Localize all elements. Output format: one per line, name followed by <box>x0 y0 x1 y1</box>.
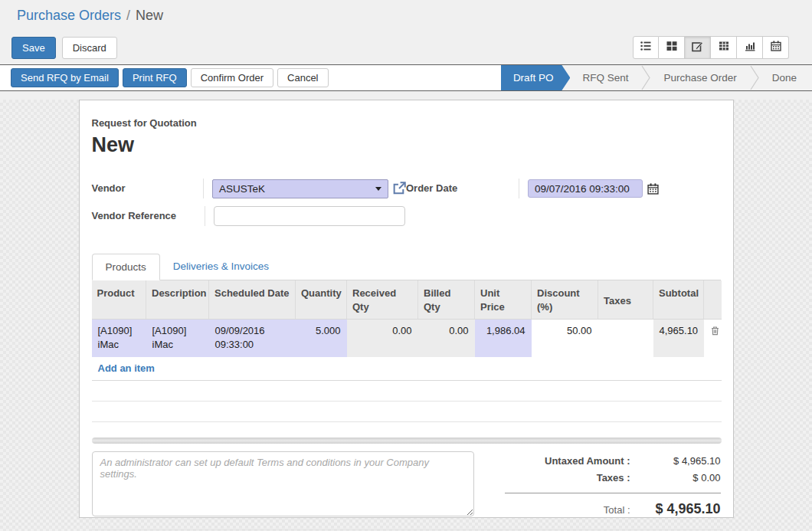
status-bar: Send RFQ by Email Print RFQ Confirm Orde… <box>0 64 812 91</box>
cell-unit-price[interactable]: 1,986.04 <box>475 319 532 357</box>
vendor-reference-input[interactable] <box>214 206 405 226</box>
untaxed-amount-label: Untaxed Amount : <box>505 455 641 467</box>
column-header-product: Product <box>92 280 146 319</box>
total-value: $ 4,965.10 <box>641 501 721 517</box>
print-rfq-button[interactable]: Print RFQ <box>123 68 187 87</box>
kanban-view-button[interactable] <box>659 36 685 59</box>
form-subtitle: Request for Quotation <box>92 117 721 129</box>
notebook-tabs: Products Deliveries & Invoices <box>92 254 721 280</box>
stage-draft-po[interactable]: Draft PO <box>501 65 571 90</box>
taxes-value: $ 0.00 <box>641 472 721 483</box>
order-line-row: [A1090] iMac [A1090] iMac 09/09/2016 09:… <box>92 319 722 357</box>
column-header-received-qty: Received Qty <box>347 280 418 319</box>
pivot-table-icon <box>719 41 729 54</box>
calendar-view-button[interactable] <box>763 36 789 59</box>
form-background: Request for Quotation New Vendor ASUSTeK… <box>0 100 812 531</box>
workflow-buttons: Send RFQ by Email Print RFQ Confirm Orde… <box>0 65 332 90</box>
cell-discount[interactable]: 50.00 <box>532 319 598 357</box>
taxes-label: Taxes : <box>505 472 641 483</box>
tab-deliveries-invoices[interactable]: Deliveries & Invoices <box>160 254 282 280</box>
vendor-reference-label: Vendor Reference <box>92 206 205 226</box>
external-link-icon[interactable] <box>392 182 406 195</box>
empty-line[interactable] <box>92 381 722 402</box>
column-header-description: Description <box>146 280 209 319</box>
chevron-separator-icon <box>640 65 651 90</box>
breadcrumb-current: New <box>136 8 163 24</box>
form-title: New <box>92 133 721 157</box>
discard-button[interactable]: Discard <box>62 37 117 59</box>
cell-scheduled-date[interactable]: 09/09/2016 09:33:00 <box>209 319 296 357</box>
graph-view-button[interactable] <box>737 36 763 59</box>
pivot-view-button[interactable] <box>711 36 737 59</box>
dropdown-arrow-icon <box>375 187 381 191</box>
column-header-quantity: Quantity <box>296 280 347 319</box>
column-header-scheduled-date: Scheduled Date <box>209 280 296 319</box>
cell-billed-qty: 0.00 <box>418 319 475 357</box>
page: { "breadcrumb": { "parent": "Purchase Or… <box>0 0 812 531</box>
right-field-column: Order Date 09/07/2016 09:33:00 <box>406 179 721 234</box>
breadcrumb-separator: / <box>126 8 130 24</box>
column-header-actions <box>704 280 722 319</box>
edit-form-icon <box>692 41 703 55</box>
cell-quantity[interactable]: 5.000 <box>296 319 347 357</box>
view-switcher <box>633 36 789 59</box>
status-pipeline: Draft PO RFQ Sent Purchase Order Done <box>501 65 812 90</box>
table-gap <box>92 422 722 438</box>
order-date-input[interactable]: 09/07/2016 09:33:00 <box>528 179 643 198</box>
tab-products[interactable]: Products <box>92 254 160 280</box>
list-icon <box>640 41 651 54</box>
field-grid: Vendor ASUSTeK Vendor Reference <box>92 179 721 234</box>
list-view-button[interactable] <box>633 36 659 59</box>
form-sheet: Request for Quotation New Vendor ASUSTeK… <box>79 100 734 518</box>
vendor-value: ASUSTeK <box>219 183 265 195</box>
stage-purchase-order[interactable]: Purchase Order <box>651 65 748 90</box>
total-label: Total : <box>505 504 641 516</box>
table-header-row: Product Description Scheduled Date Quant… <box>92 280 722 319</box>
table-horizontal-scrollbar[interactable] <box>92 438 722 444</box>
add-an-item-link[interactable]: Add an item <box>92 357 722 381</box>
delete-line-button[interactable] <box>704 319 722 357</box>
cell-description[interactable]: [A1090] iMac <box>146 319 209 357</box>
terms-and-conditions-textarea[interactable] <box>92 451 474 516</box>
kanban-icon <box>666 41 677 54</box>
sheet-divider <box>92 529 722 530</box>
bar-chart-icon <box>745 41 755 54</box>
totals-block: Untaxed Amount : $ 4,965.10 Taxes : $ 0.… <box>505 451 721 523</box>
column-header-subtotal: Subtotal <box>653 280 704 319</box>
untaxed-amount-value: $ 4,965.10 <box>641 455 721 467</box>
chevron-separator-icon <box>749 65 760 90</box>
calendar-picker-icon[interactable] <box>647 183 659 195</box>
breadcrumb: Purchase Orders / New <box>0 0 812 31</box>
empty-line[interactable] <box>92 402 722 422</box>
order-lines-table: Product Description Scheduled Date Quant… <box>92 280 722 357</box>
column-header-billed-qty: Billed Qty <box>418 280 475 319</box>
save-button[interactable]: Save <box>11 37 56 59</box>
vendor-select[interactable]: ASUSTeK <box>212 179 388 198</box>
trash-icon <box>710 326 720 338</box>
cancel-button[interactable]: Cancel <box>277 68 328 87</box>
cell-taxes[interactable] <box>598 319 653 357</box>
confirm-order-button[interactable]: Confirm Order <box>191 68 273 87</box>
order-date-value: 09/07/2016 09:33:00 <box>535 183 630 195</box>
column-header-discount: Discount (%) <box>532 280 598 319</box>
cell-received-qty: 0.00 <box>347 319 418 357</box>
calendar-icon <box>771 41 781 54</box>
vendor-label: Vendor <box>92 179 205 198</box>
sheet-bottom: Untaxed Amount : $ 4,965.10 Taxes : $ 0.… <box>92 451 721 523</box>
stage-done[interactable]: Done <box>760 65 812 90</box>
column-header-unit-price: Unit Price <box>475 280 532 319</box>
breadcrumb-parent-link[interactable]: Purchase Orders <box>17 8 121 24</box>
column-header-taxes: Taxes <box>598 280 653 319</box>
order-date-label: Order Date <box>406 179 519 198</box>
form-view-button[interactable] <box>685 36 711 59</box>
send-rfq-by-email-button[interactable]: Send RFQ by Email <box>11 68 119 87</box>
left-field-column: Vendor ASUSTeK Vendor Reference <box>92 179 407 234</box>
stage-rfq-sent[interactable]: RFQ Sent <box>570 65 640 90</box>
cell-product[interactable]: [A1090] iMac <box>92 319 146 357</box>
control-bar: Save Discard <box>0 31 812 64</box>
cell-subtotal: 4,965.10 <box>653 319 704 357</box>
